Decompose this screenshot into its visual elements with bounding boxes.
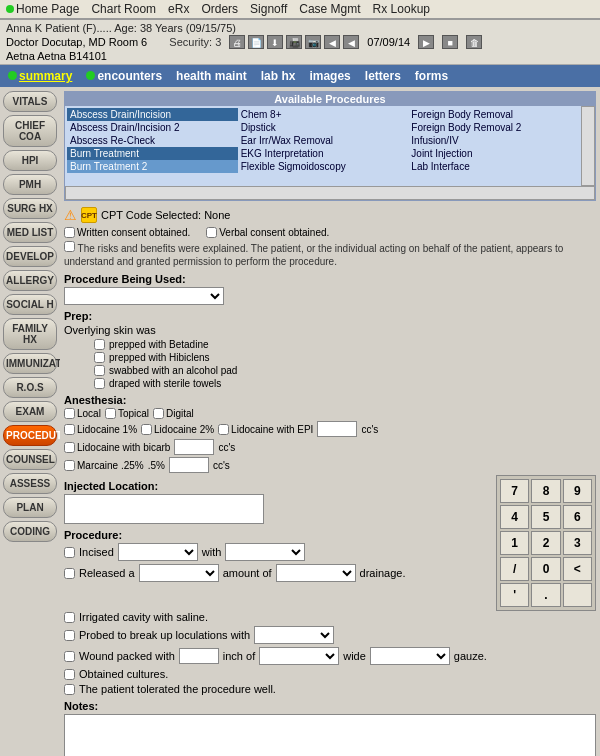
anesthesia-digital-checkbox[interactable] <box>153 408 164 419</box>
anesthesia-local-label[interactable]: Local <box>64 408 101 419</box>
proc-item-fbr2[interactable]: Foreign Body Removal 2 <box>408 121 579 134</box>
next-nav-icon[interactable]: ◀ <box>343 35 359 49</box>
numpad-2[interactable]: 2 <box>531 531 560 555</box>
sidebar-item-familyhx[interactable]: FAMILY HX <box>3 318 57 350</box>
numpad-0[interactable]: 0 <box>531 557 560 581</box>
lido1-checkbox[interactable] <box>64 424 75 435</box>
sidebar-item-chiefcoa[interactable]: CHIEF COA <box>3 115 57 147</box>
nav-orders[interactable]: Orders <box>201 2 238 16</box>
sidebar-item-ros[interactable]: R.O.S <box>3 377 57 398</box>
released-checkbox[interactable] <box>64 568 75 579</box>
prep-hibiclens-checkbox[interactable] <box>94 352 105 363</box>
probed-select[interactable] <box>254 626 334 644</box>
incised-checkbox[interactable] <box>64 547 75 558</box>
anesthesia-local-checkbox[interactable] <box>64 408 75 419</box>
numpad-3[interactable]: 3 <box>563 531 592 555</box>
proc-item-earirr[interactable]: Ear Irr/Wax Removal <box>238 134 409 147</box>
numpad-5[interactable]: 5 <box>531 505 560 529</box>
bicarb-checkbox[interactable] <box>64 442 75 453</box>
nav-casemgmt[interactable]: Case Mgmt <box>299 2 360 16</box>
play-icon[interactable]: ▶ <box>418 35 434 49</box>
sidebar-item-vitals[interactable]: VITALS <box>3 91 57 112</box>
sidebar-item-surghx[interactable]: SURG HX <box>3 198 57 219</box>
numpad-9[interactable]: 9 <box>563 479 592 503</box>
proc-item-burn2[interactable]: Burn Treatment 2 <box>67 160 238 173</box>
sidebar-item-pmh[interactable]: PMH <box>3 174 57 195</box>
tab-letters[interactable]: letters <box>361 68 405 84</box>
written-consent-checkbox[interactable] <box>64 227 75 238</box>
numpad-6[interactable]: 6 <box>563 505 592 529</box>
numpad-7[interactable]: 7 <box>500 479 529 503</box>
proc-item-abscessrecheck[interactable]: Abscess Re-Check <box>67 134 238 147</box>
fax-icon[interactable]: 📠 <box>286 35 302 49</box>
amount-select[interactable] <box>276 564 356 582</box>
marcaine-input[interactable] <box>169 457 209 473</box>
sidebar-item-medlist[interactable]: MED LIST <box>3 222 57 243</box>
trash-icon[interactable]: 🗑 <box>466 35 482 49</box>
procedures-hscroll[interactable] <box>65 186 595 200</box>
tab-images[interactable]: images <box>305 68 354 84</box>
bicarb-input[interactable] <box>174 439 214 455</box>
prev-icon[interactable]: ◀ <box>324 35 340 49</box>
lidoepi-checkbox[interactable] <box>218 424 229 435</box>
proc-item-abscess2[interactable]: Abscess Drain/Incision 2 <box>67 121 238 134</box>
sidebar-item-procedut[interactable]: PROCEDUT <box>3 425 57 446</box>
verbal-consent-checkbox[interactable] <box>206 227 217 238</box>
numpad-slash[interactable]: / <box>500 557 529 581</box>
dl-icon[interactable]: ⬇ <box>267 35 283 49</box>
sidebar-item-socialh[interactable]: SOCIAL H <box>3 294 57 315</box>
inchof-select[interactable] <box>259 647 339 665</box>
sidebar-item-assess[interactable]: ASSESS <box>3 473 57 494</box>
written-consent-label[interactable]: Written consent obtained. <box>64 227 190 238</box>
incised-select[interactable] <box>118 543 198 561</box>
sidebar-item-hpi[interactable]: HPI <box>3 150 57 171</box>
prep-alcoholpad-checkbox[interactable] <box>94 365 105 376</box>
sidebar-item-counsel[interactable]: COUNSEL <box>3 449 57 470</box>
tab-labhx[interactable]: lab hx <box>257 68 300 84</box>
proc-item-chem8[interactable]: Chem 8+ <box>238 108 409 121</box>
woundpacked-input[interactable] <box>179 648 219 664</box>
nav-erx[interactable]: eRx <box>168 2 189 16</box>
procedures-vscroll[interactable] <box>581 106 595 186</box>
numpad-apos[interactable]: ' <box>500 583 529 607</box>
sidebar-item-develop[interactable]: DEVELOP <box>3 246 57 267</box>
cultures-checkbox[interactable] <box>64 669 75 680</box>
procedure-select[interactable] <box>64 287 224 305</box>
tab-summary[interactable]: summary <box>4 68 76 84</box>
anesthesia-topical-label[interactable]: Topical <box>105 408 149 419</box>
tab-forms[interactable]: forms <box>411 68 452 84</box>
sidebar-item-immunizat[interactable]: IMMUNIZAT <box>3 353 57 374</box>
tolerated-checkbox[interactable] <box>64 684 75 695</box>
lido2-label[interactable]: Lidocaine 2% <box>141 424 214 435</box>
numpad-dot[interactable]: . <box>531 583 560 607</box>
marcaine-label[interactable]: Marcaine .25% <box>64 460 144 471</box>
irrigated-checkbox[interactable] <box>64 612 75 623</box>
proc-item-joint[interactable]: Joint Injection <box>408 147 579 160</box>
numpad-4[interactable]: 4 <box>500 505 529 529</box>
cam-icon[interactable]: 📷 <box>305 35 321 49</box>
notes-textarea[interactable] <box>64 714 596 756</box>
anesthesia-digital-label[interactable]: Digital <box>153 408 194 419</box>
proc-item-labinterface[interactable]: Lab Interface <box>408 160 579 173</box>
numpad-1[interactable]: 1 <box>500 531 529 555</box>
nav-signoff[interactable]: Signoff <box>250 2 287 16</box>
probed-checkbox[interactable] <box>64 630 75 641</box>
lido1-label[interactable]: Lidocaine 1% <box>64 424 137 435</box>
proc-item-abscess[interactable]: Abscess Drain/Incision <box>67 108 238 121</box>
nav-chartroom[interactable]: Chart Room <box>91 2 156 16</box>
proc-item-dipstick[interactable]: Dipstick <box>238 121 409 134</box>
print-icon[interactable]: 🖨 <box>229 35 245 49</box>
lidoepi-label[interactable]: Lidocaine with EPI <box>218 424 313 435</box>
released-select[interactable] <box>139 564 219 582</box>
proc-item-flexi[interactable]: Flexible Sigmoidoscopy <box>238 160 409 173</box>
stop-icon[interactable]: ■ <box>442 35 458 49</box>
woundpacked-checkbox[interactable] <box>64 651 75 662</box>
proc-item-burn[interactable]: Burn Treatment <box>67 147 238 160</box>
consent-explained-checkbox[interactable] <box>64 241 75 252</box>
sidebar-item-coding[interactable]: CODING <box>3 521 57 542</box>
marcaine-checkbox[interactable] <box>64 460 75 471</box>
sidebar-item-exam[interactable]: EXAM <box>3 401 57 422</box>
doc-icon[interactable]: 📄 <box>248 35 264 49</box>
verbal-consent-label[interactable]: Verbal consent obtained. <box>206 227 329 238</box>
proc-item-fbr[interactable]: Foreign Body Removal <box>408 108 579 121</box>
